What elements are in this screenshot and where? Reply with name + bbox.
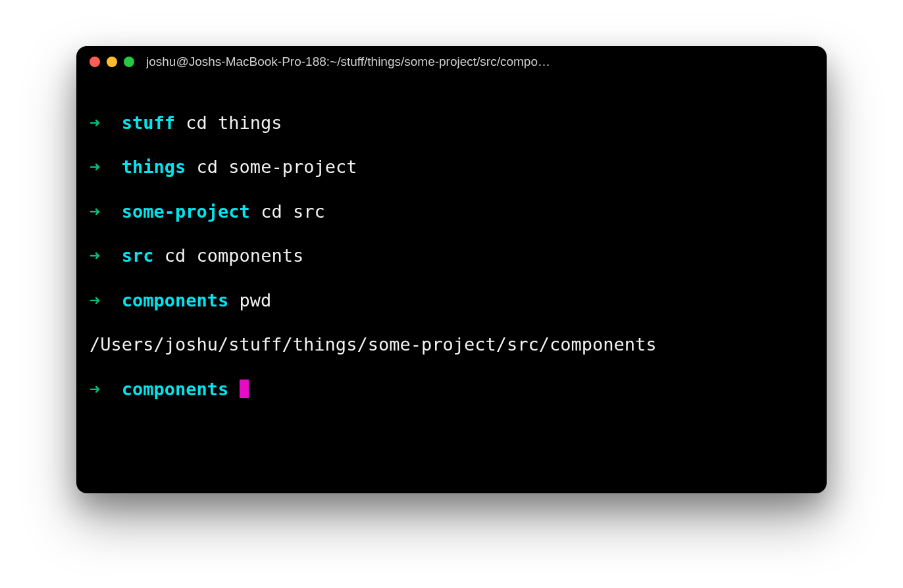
prompt-dir: stuff <box>122 112 175 133</box>
minimize-icon[interactable] <box>107 57 117 67</box>
prompt-dir: src <box>122 245 154 266</box>
command-text: cd things <box>186 112 282 133</box>
cursor-icon <box>240 380 249 398</box>
window-title: joshu@Joshs-MacBook-Pro-188:~/stuff/thin… <box>146 55 813 69</box>
maximize-icon[interactable] <box>124 57 134 67</box>
close-icon[interactable] <box>90 57 100 67</box>
title-bar: joshu@Joshs-MacBook-Pro-188:~/stuff/thin… <box>76 46 827 78</box>
prompt-dir: components <box>122 379 229 399</box>
prompt-dir: components <box>122 290 229 310</box>
prompt-arrow-icon: ➜ <box>90 157 100 177</box>
command-text: cd components <box>165 245 303 266</box>
terminal-window: joshu@Joshs-MacBook-Pro-188:~/stuff/thin… <box>76 46 827 493</box>
prompt-dir: things <box>122 157 186 177</box>
prompt-dir: some-project <box>122 201 250 222</box>
prompt-line: ➜ some-project cd src <box>90 201 813 223</box>
prompt-arrow-icon: ➜ <box>90 379 100 399</box>
terminal-body[interactable]: ➜ stuff cd things ➜ things cd some-proje… <box>76 78 827 493</box>
prompt-arrow-icon: ➜ <box>90 245 100 266</box>
prompt-arrow-icon: ➜ <box>90 201 100 222</box>
traffic-lights <box>90 57 134 67</box>
prompt-line: ➜ things cd some-project <box>90 156 813 178</box>
command-text: cd src <box>261 201 325 222</box>
command-text: cd some-project <box>197 157 357 177</box>
output-line: /Users/joshu/stuff/things/some-project/s… <box>90 333 813 356</box>
prompt-arrow-icon: ➜ <box>90 290 100 310</box>
prompt-arrow-icon: ➜ <box>90 112 100 133</box>
prompt-line-active: ➜ components <box>90 378 813 401</box>
prompt-line: ➜ src cd components <box>90 245 813 267</box>
prompt-line: ➜ stuff cd things <box>90 112 813 134</box>
prompt-line: ➜ components pwd <box>90 289 813 312</box>
command-text: pwd <box>240 290 272 310</box>
